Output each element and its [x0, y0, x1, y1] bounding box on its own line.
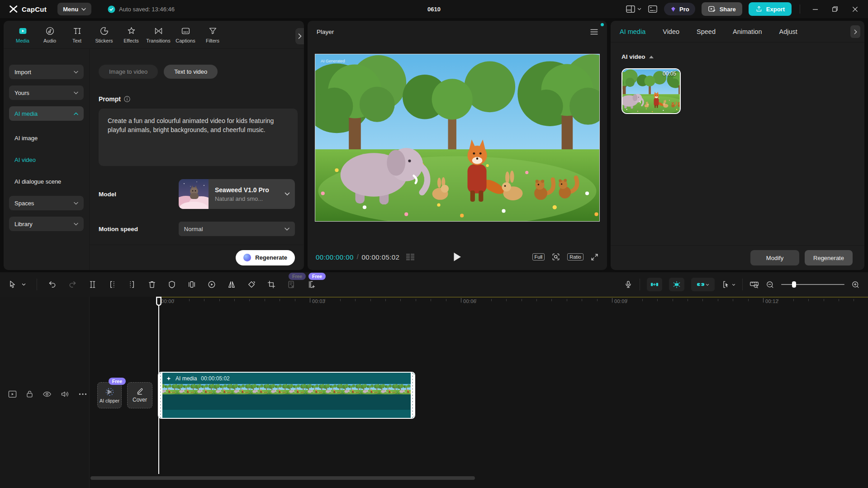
share-button[interactable]: Share [702, 2, 742, 16]
tab-text[interactable]: Text [63, 26, 90, 43]
model-select[interactable]: Seaweed V1.0 Pro Natural and smo... [179, 179, 295, 209]
track-select-mode-button[interactable] [721, 280, 735, 289]
filters-icon [208, 26, 218, 36]
filmstrip-frame [342, 384, 361, 410]
ruler-tick-minor [778, 299, 778, 301]
select-tool-button[interactable] [8, 280, 17, 289]
tab-captions[interactable]: Captions [172, 26, 199, 43]
ruler-tick-minor [702, 299, 703, 301]
select-tool-chevron[interactable] [22, 283, 26, 286]
player-header: Player [308, 21, 607, 43]
record-voiceover-button[interactable] [624, 280, 633, 289]
mirror-button[interactable] [227, 280, 236, 289]
minimize-button[interactable] [808, 2, 822, 16]
delete-left-button[interactable] [108, 280, 117, 289]
split-button[interactable] [88, 280, 97, 289]
export-button[interactable]: Export [749, 2, 792, 16]
subtitle-panel-icon[interactable] [648, 5, 658, 14]
properties-tabs-expand-button[interactable] [850, 25, 860, 38]
clip-trim-handle-left[interactable] [159, 373, 162, 418]
layout-panels-icon[interactable] [626, 5, 641, 14]
timeline-ruler[interactable]: 00:0000:0300:0600:0900:12 [0, 297, 868, 308]
chevron-down-icon [74, 91, 78, 95]
ai-video-section-header[interactable]: AI video [621, 53, 864, 60]
delete-button[interactable] [147, 280, 157, 289]
player-menu-icon[interactable] [590, 29, 598, 35]
cover-button[interactable]: Cover [127, 382, 152, 408]
tab-stickers[interactable]: Stickers [90, 26, 118, 43]
ai-generated-watermark: AI Generated [321, 59, 345, 63]
more-options-icon[interactable] [79, 393, 87, 395]
mask-button[interactable] [167, 280, 176, 289]
video-preview[interactable]: AI Generated [315, 54, 600, 222]
zoom-out-button[interactable] [766, 280, 774, 289]
tab-text-to-video[interactable]: Text to video [164, 65, 218, 79]
delete-right-button[interactable] [128, 280, 137, 289]
regenerate-button[interactable]: Regenerate [236, 250, 295, 265]
tab-media[interactable]: Media [9, 26, 36, 43]
snap-toggle-button[interactable] [647, 278, 662, 291]
tab-ai-media[interactable]: AI media [620, 28, 645, 35]
auto-preview-toggle-button[interactable] [669, 278, 684, 291]
ai-video-result-thumbnail[interactable]: 00:05 [621, 68, 681, 114]
sidebar-item-ai-media[interactable]: AI media [9, 106, 84, 121]
sidebar-item-import[interactable]: Import [9, 65, 84, 79]
clip-trim-handle-right[interactable] [411, 373, 414, 418]
rotate-button[interactable] [247, 280, 256, 289]
overlay-button[interactable] [187, 280, 196, 289]
tab-speed[interactable]: Speed [697, 28, 716, 35]
tab-image-to-video[interactable]: Image to video [99, 65, 158, 79]
sidebar-item-ai-image[interactable]: AI image [9, 127, 84, 149]
adapt-timeline-button[interactable] [749, 280, 759, 289]
link-toggle-button[interactable] [691, 278, 715, 291]
sidebar-item-ai-video[interactable]: AI video [9, 149, 84, 171]
tab-adjust[interactable]: Adjust [779, 28, 797, 35]
modify-button[interactable]: Modify [750, 250, 799, 265]
smart-edit-button[interactable]: Free [287, 280, 296, 289]
ai-media-clip[interactable]: AI media 00:00:05:02 [158, 372, 415, 419]
frame-by-frame-icon[interactable] [406, 253, 415, 261]
tab-animation[interactable]: Animation [733, 28, 762, 35]
info-icon[interactable] [124, 96, 130, 102]
text-to-video-form: Image to video Text to video Prompt Crea… [90, 49, 304, 270]
sidebar-item-spaces[interactable]: Spaces [9, 196, 84, 210]
full-preview-button[interactable]: Full [532, 253, 545, 261]
tab-filters[interactable]: Filters [199, 26, 226, 43]
ruler-tick-minor [642, 299, 643, 301]
extract-frame-button[interactable]: Free [307, 280, 316, 289]
lock-track-icon[interactable] [26, 390, 33, 398]
timeline-scrollbar[interactable] [90, 476, 475, 480]
sidebar-item-yours[interactable]: Yours [9, 85, 84, 100]
fullscreen-icon[interactable] [590, 253, 599, 261]
tab-rail-expand-button[interactable] [295, 28, 304, 44]
play-button[interactable] [453, 252, 462, 262]
ai-clipper-button[interactable]: Free AI clipper [97, 382, 122, 408]
zoom-slider-handle[interactable] [792, 281, 796, 288]
redo-button[interactable] [68, 280, 77, 289]
sidebar-item-ai-dialogue-scene[interactable]: AI dialogue scene [9, 171, 84, 192]
sidebar-item-library[interactable]: Library [9, 217, 84, 231]
regenerate-result-button[interactable]: Regenerate [805, 250, 853, 265]
speed-button[interactable] [207, 280, 216, 289]
playhead-handle[interactable] [156, 297, 162, 307]
menu-button[interactable]: Menu [57, 3, 91, 15]
tab-effects[interactable]: Effects [118, 26, 145, 43]
mute-track-icon[interactable] [61, 390, 70, 398]
close-button[interactable] [848, 2, 862, 16]
timeline-zoom-slider[interactable] [781, 281, 844, 288]
tab-video[interactable]: Video [663, 28, 679, 35]
zoom-in-button[interactable] [851, 280, 860, 289]
prompt-input[interactable]: Create a fun and colourful animated vide… [99, 109, 298, 166]
tab-audio[interactable]: Audio [36, 26, 63, 43]
motion-speed-select[interactable]: Normal [179, 222, 295, 236]
crop-button[interactable] [267, 280, 276, 289]
tab-transitions[interactable]: Transitions [145, 26, 172, 43]
quality-preview-icon[interactable] [551, 252, 560, 261]
playhead-line[interactable] [158, 298, 159, 474]
main-track-icon[interactable] [8, 390, 17, 398]
ratio-button[interactable]: Ratio [567, 253, 583, 261]
restore-button[interactable] [828, 2, 842, 16]
pro-badge[interactable]: Pro [664, 3, 695, 15]
undo-button[interactable] [48, 280, 57, 289]
hide-track-icon[interactable] [43, 391, 52, 398]
